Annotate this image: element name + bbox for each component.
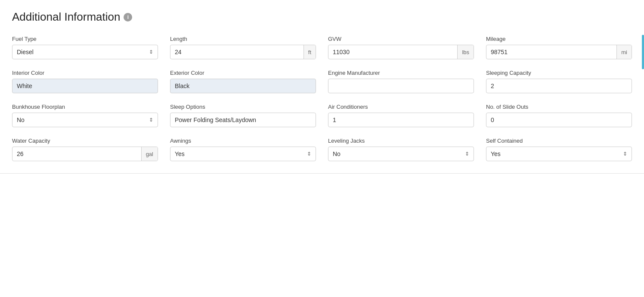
gvw-input-wrapper: lbs bbox=[328, 45, 474, 59]
leveling-jacks-label: Leveling Jacks bbox=[328, 138, 474, 144]
sleeping-capacity-group: Sleeping Capacity bbox=[486, 70, 632, 93]
interior-color-label: Interior Color bbox=[12, 70, 158, 76]
self-contained-select[interactable]: Yes No bbox=[486, 147, 632, 161]
scrollbar-indicator[interactable] bbox=[642, 35, 644, 69]
engine-manufacturer-group: Engine Manufacturer bbox=[328, 70, 474, 93]
sleeping-capacity-label: Sleeping Capacity bbox=[486, 70, 632, 76]
length-label: Length bbox=[170, 36, 316, 42]
air-conditioners-label: Air Conditioners bbox=[328, 104, 474, 110]
gvw-group: GVW lbs bbox=[328, 36, 474, 59]
leveling-jacks-select[interactable]: No Yes bbox=[328, 147, 474, 161]
fuel-type-label: Fuel Type bbox=[12, 36, 158, 42]
water-capacity-input-wrapper: gal bbox=[12, 147, 158, 161]
slide-outs-label: No. of Slide Outs bbox=[486, 104, 632, 110]
gvw-label: GVW bbox=[328, 36, 474, 42]
engine-manufacturer-input[interactable] bbox=[328, 79, 474, 93]
water-capacity-unit: gal bbox=[141, 147, 158, 161]
water-capacity-input[interactable] bbox=[12, 147, 141, 161]
exterior-color-group: Exterior Color bbox=[170, 70, 316, 93]
sleep-options-input[interactable] bbox=[170, 113, 316, 127]
length-input-wrapper: ft bbox=[170, 45, 316, 59]
self-contained-label: Self Contained bbox=[486, 138, 632, 144]
water-capacity-group: Water Capacity gal bbox=[12, 138, 158, 161]
slide-outs-input[interactable] bbox=[486, 113, 632, 127]
mileage-input-wrapper: mi bbox=[486, 45, 632, 59]
awnings-select-wrapper: Yes No ⇕ bbox=[170, 147, 316, 161]
air-conditioners-group: Air Conditioners bbox=[328, 104, 474, 127]
bunkhouse-floorplan-select-wrapper: No Yes ⇕ bbox=[12, 113, 158, 127]
sleep-options-label: Sleep Options bbox=[170, 104, 316, 110]
leveling-jacks-select-wrapper: No Yes ⇕ bbox=[328, 147, 474, 161]
exterior-color-label: Exterior Color bbox=[170, 70, 316, 76]
mileage-unit: mi bbox=[616, 45, 632, 59]
self-contained-select-wrapper: Yes No ⇕ bbox=[486, 147, 632, 161]
sleeping-capacity-input[interactable] bbox=[486, 79, 632, 93]
bunkhouse-floorplan-label: Bunkhouse Floorplan bbox=[12, 104, 158, 110]
self-contained-group: Self Contained Yes No ⇕ bbox=[486, 138, 632, 161]
slide-outs-group: No. of Slide Outs bbox=[486, 104, 632, 127]
bunkhouse-floorplan-group: Bunkhouse Floorplan No Yes ⇕ bbox=[12, 104, 158, 127]
water-capacity-label: Water Capacity bbox=[12, 138, 158, 144]
bunkhouse-floorplan-select[interactable]: No Yes bbox=[12, 113, 158, 127]
fuel-type-select-wrapper: Diesel Gasoline Electric Hybrid ⇕ bbox=[12, 45, 158, 59]
sleep-options-group: Sleep Options bbox=[170, 104, 316, 127]
awnings-label: Awnings bbox=[170, 138, 316, 144]
fuel-type-group: Fuel Type Diesel Gasoline Electric Hybri… bbox=[12, 36, 158, 59]
mileage-input[interactable] bbox=[486, 45, 616, 59]
awnings-select[interactable]: Yes No bbox=[170, 147, 316, 161]
gvw-unit: lbs bbox=[457, 45, 474, 59]
engine-manufacturer-label: Engine Manufacturer bbox=[328, 70, 474, 76]
fuel-type-select[interactable]: Diesel Gasoline Electric Hybrid bbox=[12, 45, 158, 59]
exterior-color-input[interactable] bbox=[170, 79, 316, 93]
mileage-group: Mileage mi bbox=[486, 36, 632, 59]
length-group: Length ft bbox=[170, 36, 316, 59]
interior-color-input[interactable] bbox=[12, 79, 158, 93]
section-title-text: Additional Information bbox=[12, 10, 120, 24]
gvw-input[interactable] bbox=[328, 45, 457, 59]
info-icon[interactable]: i bbox=[124, 13, 132, 21]
length-input[interactable] bbox=[170, 45, 303, 59]
interior-color-group: Interior Color bbox=[12, 70, 158, 93]
awnings-group: Awnings Yes No ⇕ bbox=[170, 138, 316, 161]
leveling-jacks-group: Leveling Jacks No Yes ⇕ bbox=[328, 138, 474, 161]
section-title: Additional Information i bbox=[12, 10, 632, 24]
length-unit: ft bbox=[303, 45, 316, 59]
air-conditioners-input[interactable] bbox=[328, 113, 474, 127]
mileage-label: Mileage bbox=[486, 36, 632, 42]
